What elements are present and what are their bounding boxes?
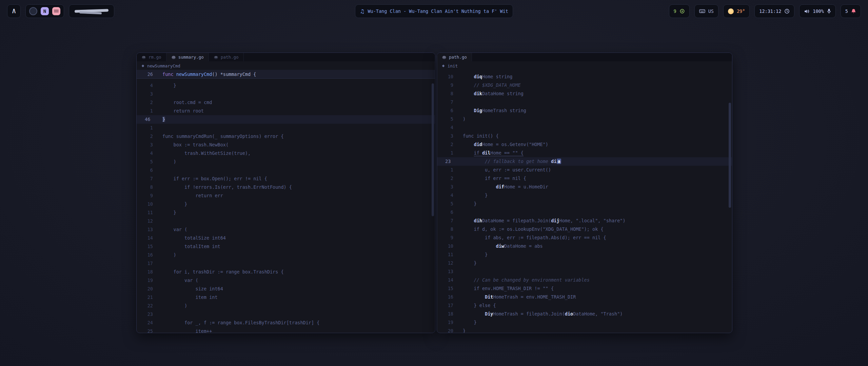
tab-label: path.go <box>221 55 239 60</box>
code-line[interactable]: 4 } <box>137 81 435 90</box>
code-line[interactable]: 2 if err == nil { <box>437 174 732 183</box>
code-line[interactable]: 1 u, err := user.Current() <box>437 166 732 174</box>
code-line[interactable]: 10 } <box>137 200 435 208</box>
notifications-module[interactable]: 5 <box>841 4 861 18</box>
line-number: 12 <box>137 217 158 225</box>
breadcrumb[interactable]: newSummaryCmd <box>137 62 435 70</box>
code-line[interactable]: 6 <box>437 208 732 217</box>
code-line[interactable]: 3 box := trash.NewBox( <box>137 141 435 149</box>
tab-path.go[interactable]: path.go <box>209 53 244 61</box>
clock-module[interactable]: 12:31:12 <box>754 4 794 18</box>
code-line[interactable]: 9 if abs, err := filepath.Abs(d); err ==… <box>437 233 732 242</box>
code-line[interactable]: 24 for _, f := range box.FilesByTrashDir… <box>137 319 435 327</box>
line-text: for _, f := range box.FilesByTrashDir[tr… <box>162 319 319 327</box>
code-line[interactable]: 14 // Can be changed by environment vari… <box>437 276 732 284</box>
code-line[interactable]: 46} <box>137 115 435 124</box>
code-line[interactable]: 9 // $XDG_DATA_HOME <box>437 81 732 89</box>
code-line[interactable]: 18 for i, trashDir := range box.TrashDir… <box>137 268 435 276</box>
clock-icon <box>784 8 790 14</box>
code-line[interactable]: 1 <box>137 124 435 132</box>
app-icon-n[interactable]: N <box>41 7 49 15</box>
line-text: difHome = u.HomeDir <box>463 183 548 191</box>
line-text: for i, trashDir := range box.TrashDirs { <box>162 268 284 276</box>
line-text: item++ <box>162 327 212 333</box>
breadcrumb[interactable]: init <box>437 62 732 70</box>
go-file-icon <box>171 55 176 60</box>
code-line[interactable]: 20} <box>437 327 732 333</box>
code-line[interactable]: 4 <box>437 123 732 132</box>
scrollbar[interactable] <box>729 103 731 208</box>
code-line[interactable]: 11 } <box>437 250 732 259</box>
code-line[interactable]: 8 dikDataHome string <box>437 89 732 98</box>
code-line[interactable]: 10 diwDataHome = abs <box>437 242 732 250</box>
code-line[interactable]: 2func summaryCmdRun(_ summaryOptions) er… <box>137 132 435 141</box>
line-text: didHome = os.Getenv("HOME") <box>463 140 548 149</box>
code-line[interactable]: 5 ) <box>137 158 435 166</box>
code-line[interactable]: 15 totalItem int <box>137 242 435 251</box>
code-line[interactable]: 11 } <box>137 208 435 217</box>
code-line[interactable]: 7 <box>437 98 732 106</box>
launcher-button[interactable]: Λ <box>7 4 21 18</box>
app-icon-pink[interactable] <box>52 7 60 15</box>
active-window-title-redacted[interactable] <box>69 4 114 18</box>
line-number: 14 <box>137 234 158 242</box>
code-line[interactable]: 22 ) <box>137 302 435 310</box>
code-line[interactable]: 19 } <box>437 318 732 327</box>
code-line[interactable]: 3func init() { <box>437 132 732 140</box>
line-text: item int <box>162 293 218 302</box>
app-icon-circle[interactable] <box>29 7 37 15</box>
code-line[interactable]: 16 ) <box>137 251 435 259</box>
line-number: 6 <box>437 208 459 217</box>
code-line[interactable]: 21 item int <box>137 293 435 302</box>
code-line[interactable]: 6 <box>137 166 435 175</box>
code-line[interactable]: 13 <box>437 267 732 276</box>
code-line[interactable]: 17 <box>137 259 435 268</box>
code-line[interactable]: 23 // fallback to get home dia <box>437 157 732 166</box>
code-line[interactable]: 17 } else { <box>437 301 732 310</box>
code-line[interactable]: 2 root.cmd = cmd <box>137 98 435 107</box>
line-number: 3 <box>437 183 459 191</box>
code-line[interactable]: 16 DitHomeTrash = env.HOME_TRASH_DIR <box>437 293 732 301</box>
line-text: } <box>463 200 477 208</box>
code-line[interactable]: 8 if !errors.Is(err, trash.ErrNotFound) … <box>137 183 435 191</box>
code-line[interactable]: 1 return root <box>137 107 435 115</box>
code-line[interactable]: 19 var ( <box>137 276 435 285</box>
code-line[interactable]: 3 <box>137 90 435 98</box>
code-line[interactable]: 15 if env.HOME_TRASH_DIR != "" { <box>437 284 732 293</box>
media-player-module[interactable]: ♫ Wu-Tang Clan - Wu-Tang Clan Ain't Nuth… <box>355 4 513 18</box>
code-line[interactable]: 4 trash.WithGetSize(true), <box>137 149 435 158</box>
code-line[interactable]: 7 dihDataHome = filepath.Join(dijHome, "… <box>437 217 732 225</box>
code-line[interactable]: 6 DigHomeTrash string <box>437 106 732 115</box>
code-line[interactable]: 14 totalSize int64 <box>137 234 435 242</box>
code-line[interactable]: 20 size int64 <box>137 285 435 293</box>
updates-module[interactable]: 9 <box>669 4 690 18</box>
line-text: totalItem int <box>162 242 220 251</box>
code-line[interactable]: 13 var ( <box>137 225 435 234</box>
keyboard-layout-module[interactable]: US <box>694 4 718 18</box>
weather-module[interactable]: 29° <box>723 4 750 18</box>
code-line[interactable]: 7 if err := box.Open(); err != nil { <box>137 175 435 183</box>
bell-icon <box>851 8 856 14</box>
line-text: dihDataHome = filepath.Join(dijHome, ".l… <box>463 217 626 225</box>
code-line[interactable]: 10 diqHome string <box>437 73 732 81</box>
code-line[interactable]: 4 } <box>437 191 732 200</box>
code-line[interactable]: 18 DiyHomeTrash = filepath.Join(dioDataH… <box>437 310 732 318</box>
go-file-icon <box>214 55 218 60</box>
code-line[interactable]: 5 } <box>437 200 732 208</box>
line-number: 24 <box>137 319 158 327</box>
volume-module[interactable]: 100% <box>799 4 836 18</box>
code-line[interactable]: 12 <box>137 217 435 225</box>
code-line[interactable]: 1 if dilHome == "" { <box>437 149 732 157</box>
code-line[interactable]: 9 return err <box>137 191 435 200</box>
tab-summary.go[interactable]: summary.go <box>166 53 209 61</box>
code-line[interactable]: 23 <box>137 310 435 319</box>
tab-rm.go[interactable]: rm.go <box>137 53 166 61</box>
scrollbar[interactable] <box>432 83 434 216</box>
code-line[interactable]: 2 didHome = os.Getenv("HOME") <box>437 140 732 149</box>
code-line[interactable]: 5) <box>437 115 732 123</box>
tab-path.go[interactable]: path.go <box>437 53 472 61</box>
code-line[interactable]: 3 difHome = u.HomeDir <box>437 183 732 191</box>
code-line[interactable]: 12 } <box>437 259 732 267</box>
code-line[interactable]: 25 item++ <box>137 327 435 333</box>
code-line[interactable]: 8 if d, ok := os.LookupEnv("XDG_DATA_HOM… <box>437 225 732 233</box>
